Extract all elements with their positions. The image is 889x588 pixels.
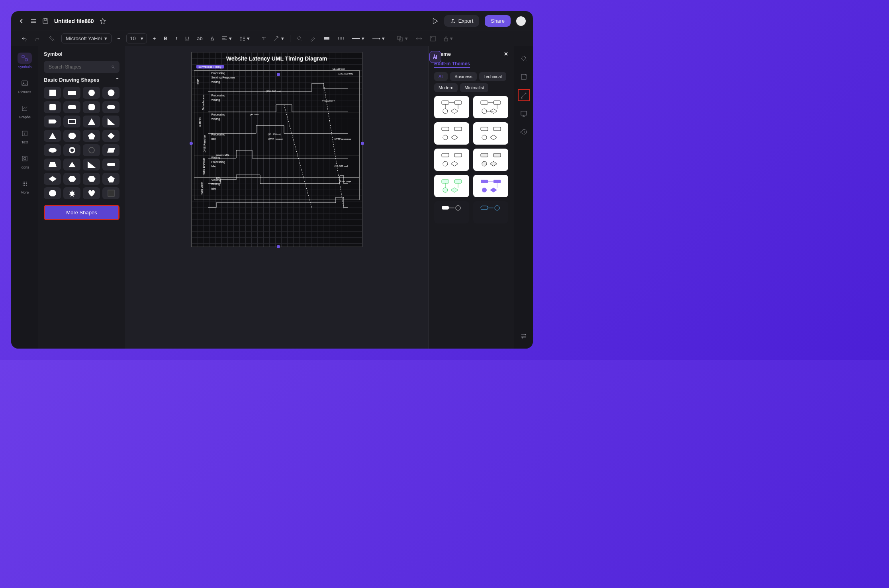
arrange-button[interactable]	[428, 35, 438, 43]
tag-technical[interactable]: Technical	[479, 72, 506, 81]
shape-triangle-up[interactable]	[44, 130, 61, 142]
play-icon[interactable]	[431, 18, 439, 25]
back-icon[interactable]	[18, 18, 25, 24]
theme-item[interactable]	[434, 96, 469, 118]
format-painter-icon[interactable]	[47, 34, 57, 43]
shape-square-outline[interactable]	[102, 187, 119, 199]
history-tool-icon[interactable]	[518, 126, 530, 138]
shape-donut[interactable]	[63, 144, 80, 156]
theme-item[interactable]	[434, 149, 469, 171]
line-style-dashed[interactable]	[336, 35, 346, 42]
shape-rounded-sq2[interactable]	[83, 101, 100, 113]
more-shapes-button[interactable]: More Shapes	[44, 205, 119, 220]
theme-item[interactable]	[434, 175, 469, 197]
shape-rounded-sq[interactable]	[44, 101, 61, 113]
text-color-button[interactable]: A	[209, 34, 216, 43]
group-button[interactable]: ▾	[395, 34, 410, 43]
shape-capsule[interactable]	[102, 159, 119, 171]
shape-rhombus[interactable]	[44, 173, 61, 185]
italic-button[interactable]: I	[174, 34, 179, 43]
theme-item[interactable]	[473, 201, 508, 223]
nav-graphs[interactable]: Graphs	[18, 101, 32, 121]
nav-icons[interactable]: Icons	[18, 151, 32, 171]
export-button[interactable]: Export	[444, 15, 480, 27]
eyedropper-tool-icon[interactable]	[518, 89, 530, 101]
shape-ellipse-fat[interactable]	[102, 87, 119, 99]
present-tool-icon[interactable]	[518, 108, 530, 120]
stroke-color-button[interactable]	[308, 35, 317, 43]
distribute-button[interactable]	[414, 35, 424, 43]
fill-button[interactable]	[294, 35, 304, 43]
shape-octagon2[interactable]	[44, 187, 61, 199]
connector-tool[interactable]: ▾	[271, 34, 286, 43]
shape-pentagon[interactable]	[83, 130, 100, 142]
size-minus[interactable]: −	[116, 34, 123, 43]
shape-ellipse[interactable]	[44, 144, 61, 156]
shape-rect[interactable]	[63, 87, 80, 99]
avatar[interactable]	[516, 16, 526, 26]
arrow-style[interactable]: ▾	[370, 34, 387, 43]
shape-trapezoid[interactable]	[44, 159, 61, 171]
shape-pentagon2[interactable]	[102, 173, 119, 185]
font-select[interactable]: Microsoft YaHei▾	[61, 33, 112, 43]
fill-tool-icon[interactable]	[518, 53, 530, 65]
size-plus[interactable]: +	[151, 34, 158, 43]
shape-triangle-rt[interactable]	[83, 159, 100, 171]
canvas-area[interactable]: Website Latency UML Timing Diagram sd We…	[125, 46, 428, 349]
search-input[interactable]	[44, 61, 119, 73]
theme-item[interactable]	[473, 149, 508, 171]
bold-button[interactable]: B	[162, 34, 169, 43]
tag-minimalist[interactable]: Minimalist	[460, 83, 488, 92]
line-style-solid[interactable]	[321, 35, 332, 42]
export-tool-icon[interactable]	[518, 71, 530, 83]
settings-tool-icon[interactable]	[518, 330, 530, 342]
share-button[interactable]: Share	[485, 15, 511, 27]
font-size-select[interactable]: 10▾	[126, 33, 147, 43]
nav-more[interactable]: More	[18, 176, 32, 196]
nav-text[interactable]: TText	[18, 126, 32, 146]
file-title[interactable]: Untitled file860	[54, 18, 94, 24]
close-icon[interactable]: ✕	[504, 51, 508, 57]
tag-modern[interactable]: Modern	[434, 83, 458, 92]
shape-diamond[interactable]	[102, 130, 119, 142]
shape-triangle[interactable]	[83, 116, 100, 127]
theme-item[interactable]	[473, 175, 508, 197]
shape-hexagon[interactable]	[63, 173, 80, 185]
shape-burst[interactable]	[63, 187, 80, 199]
shape-tag[interactable]	[44, 116, 61, 127]
text-tool[interactable]: T	[260, 34, 267, 43]
strike-button[interactable]: ab	[195, 34, 204, 43]
menu-icon[interactable]	[30, 18, 37, 24]
shape-rounded-rect[interactable]	[63, 101, 80, 113]
underline-button[interactable]: U	[183, 34, 191, 43]
shape-rect-outline[interactable]	[63, 116, 80, 127]
lock-button[interactable]: ▾	[442, 34, 455, 43]
shape-group-header[interactable]: Basic Drawing Shapes⌃	[44, 77, 119, 83]
nav-pictures[interactable]: Pictures	[18, 76, 32, 96]
shape-circle[interactable]	[83, 87, 100, 99]
shape-pill[interactable]	[102, 101, 119, 113]
shape-parallelogram[interactable]	[102, 144, 119, 156]
redo-icon[interactable]	[33, 35, 43, 43]
shape-circle-outline[interactable]	[83, 144, 100, 156]
shape-octagon[interactable]	[63, 130, 80, 142]
shape-hexagon2[interactable]	[83, 173, 100, 185]
shape-triangle2[interactable]	[63, 159, 80, 171]
save-icon[interactable]	[42, 18, 49, 24]
tag-business[interactable]: Business	[450, 72, 477, 81]
undo-icon[interactable]	[18, 35, 29, 43]
theme-item[interactable]	[434, 201, 469, 223]
ai-badge[interactable]	[429, 51, 441, 63]
theme-item[interactable]	[473, 122, 508, 145]
nav-symbols[interactable]: Symbols	[18, 51, 32, 71]
line-height-button[interactable]: ▾	[238, 34, 252, 43]
shape-square[interactable]	[44, 87, 61, 99]
theme-item[interactable]	[434, 122, 469, 145]
star-icon[interactable]	[100, 18, 106, 24]
tag-all[interactable]: All	[434, 72, 448, 81]
line-weight[interactable]: ▾	[350, 34, 366, 43]
align-button[interactable]: ▾	[220, 34, 234, 43]
shape-heart[interactable]	[83, 187, 100, 199]
theme-item[interactable]	[473, 96, 508, 118]
shape-triangle-r[interactable]	[102, 116, 119, 127]
